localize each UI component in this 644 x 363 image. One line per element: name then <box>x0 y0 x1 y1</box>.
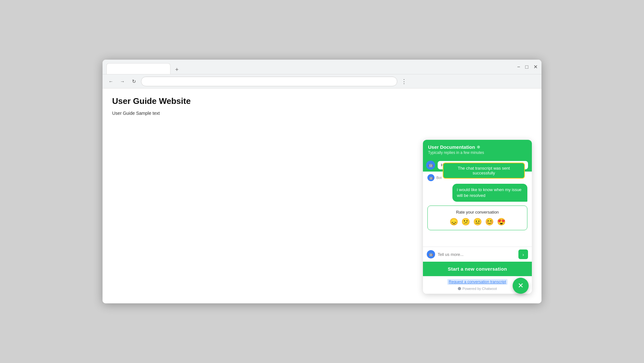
page-content: User Guide Website User Guide Sample tex… <box>103 89 541 303</box>
rate-emojis: 😞 😕 😐 😊 😍 <box>432 218 523 226</box>
add-tab-button[interactable]: + <box>172 65 181 74</box>
header-bot-avatar: 🤖 <box>426 161 435 170</box>
back-button[interactable]: ← <box>106 77 115 86</box>
chat-send-button[interactable]: › <box>518 249 528 259</box>
chat-box: User Documentation Typically replies in … <box>423 140 532 294</box>
forward-button[interactable]: → <box>118 77 127 86</box>
online-indicator <box>477 146 480 148</box>
rate-emoji-3[interactable]: 😐 <box>473 218 482 226</box>
restore-button[interactable]: □ <box>525 64 528 70</box>
minimize-button[interactable]: − <box>517 64 520 70</box>
chat-close-button[interactable]: ✕ <box>513 278 529 294</box>
chat-input-row: 🤖 › <box>423 247 532 262</box>
chat-header-title-text: User Documentation <box>428 144 475 150</box>
active-tab[interactable] <box>106 63 170 74</box>
nav-bar: ← → ↻ ⋮ <box>103 74 541 89</box>
send-icon: › <box>523 252 524 257</box>
close-window-button[interactable]: ✕ <box>533 64 538 70</box>
title-bar: + − □ ✕ <box>103 60 541 74</box>
chat-header-title-row: User Documentation <box>428 144 527 150</box>
powered-dot-icon <box>458 287 461 290</box>
window-controls: − □ ✕ <box>517 64 538 70</box>
bot-avatar: 🤖 <box>427 174 434 181</box>
user-message-bubble: i would like to know when my issue will … <box>452 184 527 202</box>
tab-area: + <box>106 60 181 74</box>
powered-by: Powered by Chatwoot <box>458 287 497 291</box>
powered-by-text: Powered by Chatwoot <box>462 287 497 291</box>
close-icon: ✕ <box>518 282 524 290</box>
more-button[interactable]: ⋮ <box>400 77 408 86</box>
rate-emoji-1[interactable]: 😞 <box>450 218 458 226</box>
chat-header: User Documentation Typically replies in … <box>423 140 532 159</box>
bot-name: Bot <box>436 176 442 180</box>
chat-input-field[interactable] <box>438 252 516 257</box>
chat-header-sub: Typically replies in a few minutes <box>428 150 527 155</box>
transcript-toast: The chat transcript was sent successfull… <box>443 163 525 179</box>
rate-emoji-5[interactable]: 😍 <box>497 218 506 226</box>
rate-box: Rate your conversation 😞 😕 😐 😊 😍 <box>427 206 527 230</box>
rate-emoji-2[interactable]: 😕 <box>461 218 470 226</box>
chat-messages[interactable]: 🤖 Bot i would like to know when my issue… <box>423 172 532 247</box>
browser-window: + − □ ✕ ← → ↻ ⋮ User Guide Website User … <box>103 60 541 303</box>
rate-title: Rate your conversation <box>432 210 523 215</box>
new-conversation-button[interactable]: Start a new conversation <box>423 262 532 276</box>
address-bar[interactable] <box>141 77 397 86</box>
rate-emoji-4[interactable]: 😊 <box>485 218 494 226</box>
transcript-link[interactable]: Request a conversation transcript <box>447 279 508 285</box>
chat-input-avatar: 🤖 <box>427 250 435 258</box>
refresh-button[interactable]: ↻ <box>129 77 138 86</box>
chat-widget: User Documentation Typically replies in … <box>423 89 532 294</box>
chat-header-bar: 🤖 Hi, How can I help you today? The chat… <box>423 159 532 172</box>
